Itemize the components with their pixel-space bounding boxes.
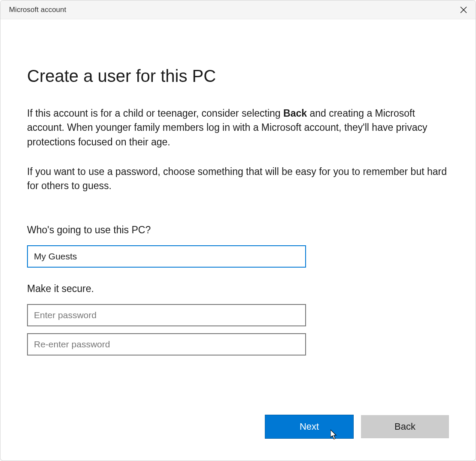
description-password-hint: If you want to use a password, choose so… bbox=[27, 165, 449, 193]
back-button[interactable]: Back bbox=[361, 415, 449, 438]
dialog-window: Microsoft account Create a user for this… bbox=[0, 0, 476, 461]
username-label: Who's going to use this PC? bbox=[27, 224, 449, 236]
password-fields bbox=[27, 304, 449, 356]
next-button[interactable]: Next bbox=[265, 415, 353, 438]
close-icon bbox=[460, 6, 467, 13]
password-input[interactable] bbox=[27, 304, 306, 326]
username-input[interactable] bbox=[27, 245, 306, 268]
dialog-footer: Next Back bbox=[265, 415, 449, 438]
close-button[interactable] bbox=[452, 0, 476, 19]
description-child-account: If this account is for a child or teenag… bbox=[27, 106, 449, 149]
window-title: Microsoft account bbox=[9, 6, 66, 14]
description-text-pre: If this account is for a child or teenag… bbox=[27, 108, 283, 119]
password-confirm-input[interactable] bbox=[27, 333, 306, 356]
page-heading: Create a user for this PC bbox=[27, 66, 449, 86]
dialog-content: Create a user for this PC If this accoun… bbox=[0, 19, 476, 461]
next-button-label: Next bbox=[300, 421, 319, 432]
titlebar: Microsoft account bbox=[0, 0, 476, 19]
cursor-icon bbox=[330, 430, 339, 441]
description-bold-back: Back bbox=[283, 108, 307, 119]
password-section-label: Make it secure. bbox=[27, 283, 449, 295]
back-button-label: Back bbox=[394, 421, 415, 432]
